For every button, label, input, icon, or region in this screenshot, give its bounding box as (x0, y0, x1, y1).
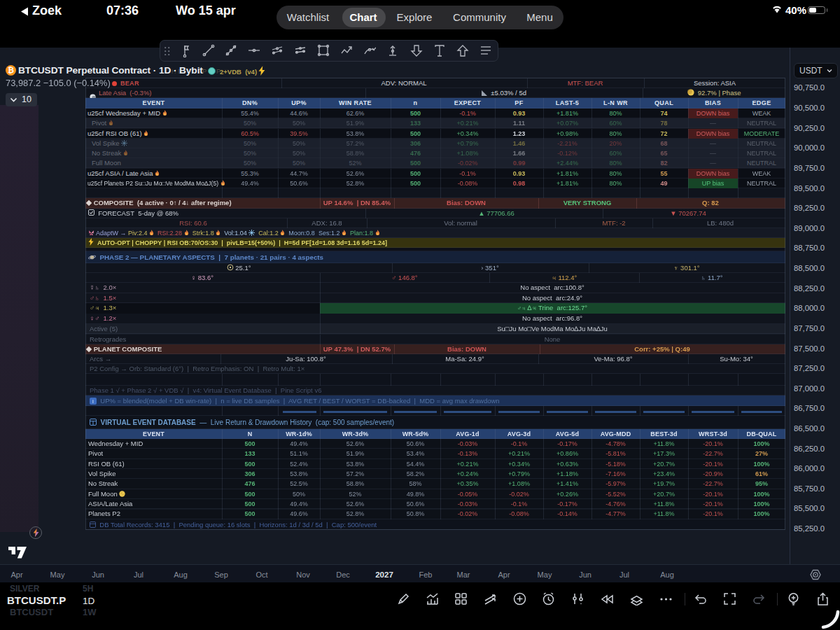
svg-text:i: i (92, 398, 94, 405)
